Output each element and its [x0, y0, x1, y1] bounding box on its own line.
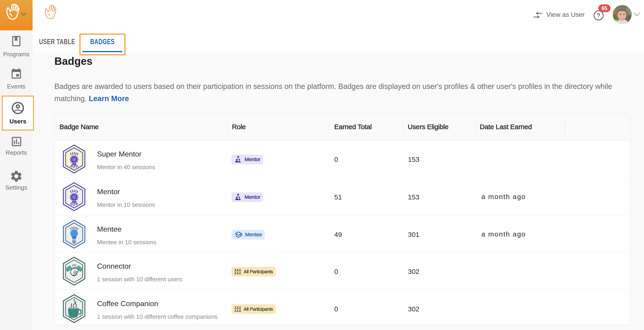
svg-text:?: ? [597, 12, 600, 19]
